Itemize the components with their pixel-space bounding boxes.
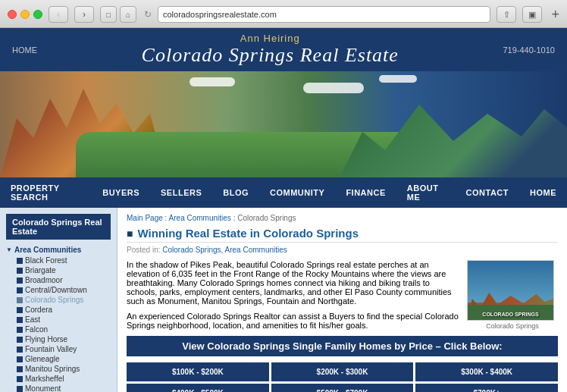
bullet-icon <box>17 337 23 343</box>
price-grid: $100K - $200K $200K - $300K $300K - $400… <box>127 362 558 392</box>
traffic-lights <box>8 10 42 19</box>
back-button[interactable]: ‹ <box>49 6 68 23</box>
bullet-icon-active <box>17 297 23 303</box>
hero-image <box>0 71 567 177</box>
main-content: Main Page : Area Communities : Colorado … <box>117 208 567 392</box>
new-tab-button[interactable]: + <box>551 7 559 23</box>
reader-view-button[interactable]: □ <box>100 6 117 23</box>
bullet-icon <box>17 366 23 372</box>
cloud-1 <box>190 77 235 86</box>
bullet-icon <box>17 307 23 313</box>
bullet-icon <box>17 347 23 353</box>
reload-icon[interactable]: ↻ <box>143 9 153 20</box>
category-link[interactable]: Colorado Springs, Area Communities <box>162 246 287 254</box>
sidebar-item-falcon[interactable]: Falcon <box>6 325 111 334</box>
breadcrumb-current: Colorado Springs <box>237 214 296 222</box>
article-text: In the shadow of Pikes Peak, beautiful C… <box>127 260 459 330</box>
site-nav: PROPERTY SEARCH BUYERS SELLERS BLOG COMM… <box>0 177 567 208</box>
nav-property-search[interactable]: PROPERTY SEARCH <box>0 177 92 208</box>
price-cell-300-400[interactable]: $300K - $400K <box>415 362 558 381</box>
bullet-icon <box>17 356 23 362</box>
article-with-image: In the shadow of Pikes Peak, beautiful C… <box>127 260 558 330</box>
agent-name: Ann Heiring <box>142 33 399 44</box>
sidebar-item-gleneagle[interactable]: Gleneagle <box>6 354 111 364</box>
sidebar-item-fountain-valley[interactable]: Fountain Valley <box>6 344 111 354</box>
bullet-icon <box>17 317 23 323</box>
address-bar-wrap: ↻ coloradospringsrealestate.com <box>143 6 490 23</box>
sidebar-item-briargate[interactable]: Briargate <box>6 265 111 275</box>
nav-home[interactable]: HOME <box>519 182 567 203</box>
bullet-icon <box>17 268 23 274</box>
sidebar-item-east[interactable]: East <box>6 315 111 325</box>
price-cell-500-700[interactable]: $500K - $700K <box>271 384 414 392</box>
website: HOME Ann Heiring Colorado Springs Real E… <box>0 28 567 392</box>
header-center: Ann Heiring Colorado Springs Real Estate <box>142 33 399 67</box>
sidebar-title: Colorado Springs Real Estate <box>6 214 111 240</box>
nav-buyers[interactable]: BUYERS <box>92 182 150 203</box>
nav-finance[interactable]: FINANCE <box>335 182 396 203</box>
sidebar-item-flying-horse[interactable]: Flying Horse <box>6 334 111 344</box>
article-image: COLORADO SPRINGS <box>467 260 554 321</box>
bullet-icon <box>17 376 23 382</box>
section-toggle-icon[interactable]: ▼ <box>6 246 12 253</box>
cloud-3 <box>379 75 417 83</box>
price-cell-200-300[interactable]: $200K - $300K <box>271 362 414 381</box>
phone-number: 719-440-1010 <box>503 45 555 55</box>
sidebar-item-black-forest[interactable]: Black Forest <box>6 256 111 265</box>
section-label: Area Communities <box>14 246 81 254</box>
sidebar-section: ▼ Area Communities Black Forest Briargat… <box>6 244 111 392</box>
sidebar-item-monument[interactable]: Monument <box>6 384 111 392</box>
nav-sellers[interactable]: SELLERS <box>150 182 212 203</box>
site-header: HOME Ann Heiring Colorado Springs Real E… <box>0 28 567 71</box>
price-cell-700-plus[interactable]: $700K+ <box>415 384 558 392</box>
sidebar-item-marksheffel[interactable]: Marksheffel <box>6 374 111 384</box>
cta-section: View Colorado Springs Single Family Home… <box>127 336 558 356</box>
address-bar[interactable]: coloradospringsrealestate.com <box>158 6 490 23</box>
sidebar-item-cordera[interactable]: Cordera <box>6 305 111 315</box>
bullet-icon <box>17 386 23 392</box>
posted-in: Posted in: Colorado Springs, Area Commun… <box>127 246 558 254</box>
browser-chrome: ‹ › □ ⌂ ↻ coloradospringsrealestate.com … <box>0 0 567 28</box>
sidebar-item-central-downtown[interactable]: Central/Downtown <box>6 285 111 295</box>
close-button[interactable] <box>8 10 17 19</box>
sidebar-section-header: ▼ Area Communities <box>6 244 111 256</box>
sidebar-item-manitou-springs[interactable]: Manitou Springs <box>6 364 111 374</box>
share-button[interactable]: ⇧ <box>497 6 516 23</box>
minimize-button[interactable] <box>20 10 30 19</box>
breadcrumb-section[interactable]: Area Communities <box>169 214 231 222</box>
article-image-box: COLORADO SPRINGS Colorado Springs <box>467 260 558 330</box>
sidebar-item-broadmoor[interactable]: Broadmoor <box>6 275 111 285</box>
nav-about-me[interactable]: ABOUT ME <box>396 177 456 208</box>
breadcrumb-main[interactable]: Main Page <box>127 214 163 222</box>
article-icon: ■ <box>127 227 133 240</box>
breadcrumb: Main Page : Area Communities : Colorado … <box>127 214 558 222</box>
tab-overview-button[interactable]: ▣ <box>522 6 542 23</box>
home-button[interactable]: ⌂ <box>120 6 136 23</box>
article-body-1: In the shadow of Pikes Peak, beautiful C… <box>127 260 459 306</box>
content-area: Colorado Springs Real Estate ▼ Area Comm… <box>0 208 567 392</box>
sidebar: Colorado Springs Real Estate ▼ Area Comm… <box>0 208 117 392</box>
bullet-icon <box>17 258 23 264</box>
bullet-icon <box>17 327 23 333</box>
site-title: Colorado Springs Real Estate <box>142 44 399 67</box>
nav-contact[interactable]: CONTACT <box>456 182 519 203</box>
sidebar-item-colorado-springs[interactable]: Colorado Springs <box>6 295 111 305</box>
nav-community[interactable]: COMMUNITY <box>259 182 335 203</box>
cloud-2 <box>303 83 364 93</box>
url-text: coloradospringsrealestate.com <box>163 10 277 19</box>
image-caption: Colorado Springs <box>467 322 558 330</box>
article-title: Winning Real Estate in Colorado Springs <box>137 227 359 240</box>
bullet-icon <box>17 278 23 284</box>
bullet-icon <box>17 287 23 293</box>
price-cell-400-500[interactable]: $400K - $500K <box>127 384 269 392</box>
nav-blog[interactable]: BLOG <box>212 182 259 203</box>
article-body-2: An experienced Colorado Springs Realtor … <box>127 312 459 330</box>
forward-button[interactable]: › <box>74 6 94 23</box>
price-cell-100-200[interactable]: $100K - $200K <box>127 362 269 381</box>
home-link[interactable]: HOME <box>12 45 37 55</box>
maximize-button[interactable] <box>33 10 42 19</box>
